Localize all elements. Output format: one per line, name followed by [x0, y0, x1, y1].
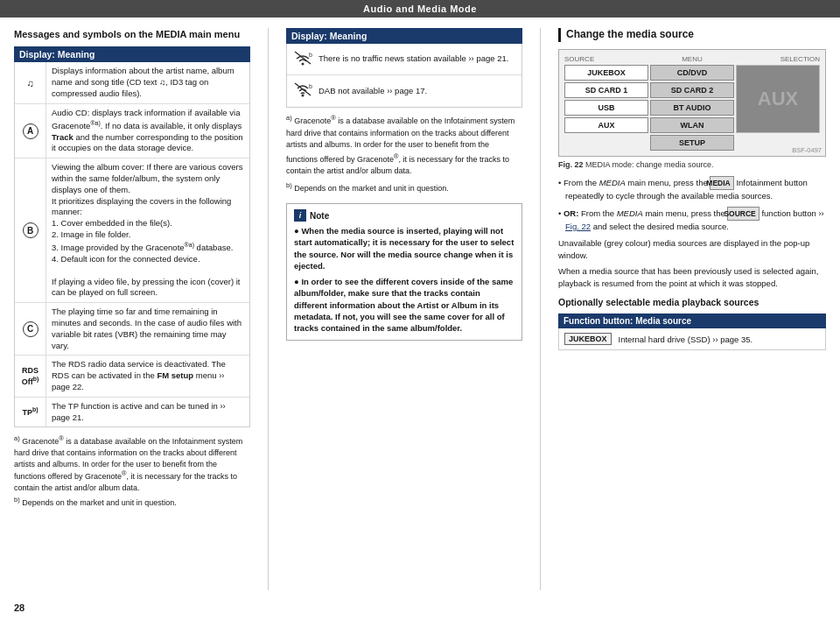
- body-para-3: Unavailable (grey colour) media sources …: [558, 237, 826, 262]
- optionally-title: Optionally selectable media playback sou…: [558, 297, 826, 309]
- right-divider: [540, 28, 541, 590]
- footnote-b: b) Depends on the market and unit in que…: [14, 496, 250, 509]
- header-bar: Audio and Media Mode: [0, 0, 840, 18]
- middle-column: Display: Meaning b) There is: [286, 28, 522, 590]
- mid-row-1-text: There is no traffic news station availab…: [318, 53, 508, 65]
- left-divider: [268, 28, 269, 590]
- right-section-title: Change the media source: [558, 28, 826, 42]
- main-content: Messages and symbols on the MEDIA main m…: [0, 18, 840, 599]
- func-table-header: Function button: Media source: [558, 314, 826, 328]
- fig-caption: Fig. 22 MEDIA mode: change media source.: [558, 160, 826, 169]
- cddvd-btn[interactable]: CD/DVD: [650, 65, 734, 81]
- aux-large-display: AUX: [736, 65, 820, 133]
- row-icon-tp: TPb): [15, 398, 46, 427]
- mid-row-1: b) There is no traffic news station avai…: [287, 44, 522, 75]
- row-text-5: The RDS radio data service is deactivate…: [46, 356, 249, 396]
- screen-top-labels: SOURCE MENU SELECTION: [564, 55, 820, 63]
- jukebox-btn[interactable]: JUKEBOX: [564, 65, 648, 81]
- mid-fn-a: a) Gracenote® is a database available on…: [286, 113, 522, 178]
- label-menu: MENU: [649, 55, 734, 63]
- note-header: i Note: [294, 209, 514, 222]
- dab-icon: b): [292, 81, 313, 101]
- table-row: B Viewing the album cover: If there are …: [15, 159, 249, 303]
- sdcard1-btn[interactable]: SD CARD 1: [564, 82, 648, 98]
- body-para-1: From the MEDIA main menu, press the MEDI…: [558, 176, 826, 202]
- rds-off-icon: RDSOffb): [22, 366, 39, 387]
- mid-fn-b: b) Depends on the market and unit in que…: [286, 180, 522, 195]
- mid-table-body: b) There is no traffic news station avai…: [286, 44, 522, 108]
- table-row: ♫ Displays information about the artist …: [15, 62, 249, 103]
- right-column: Change the media source SOURCE MENU SELE…: [558, 28, 826, 590]
- note-icon: i: [294, 209, 306, 222]
- source-key[interactable]: SOURCE: [727, 207, 759, 221]
- jukebox-func-key[interactable]: JUKEBOX: [564, 333, 612, 345]
- page-number: 28: [0, 599, 840, 620]
- setup-btn[interactable]: SETUP: [650, 135, 734, 151]
- row-icon-b: B: [15, 159, 46, 302]
- left-column: Messages and symbols on the MEDIA main m…: [14, 28, 250, 590]
- svg-point-4: [302, 95, 304, 97]
- row-text-2: Audio CD: displays track information if …: [46, 104, 249, 158]
- sdcard2-btn[interactable]: SD CARD 2: [650, 82, 734, 98]
- label-source: SOURCE: [564, 55, 649, 63]
- row-text-4: The playing time so far and time remaini…: [46, 303, 249, 355]
- func-row-1: JUKEBOX Internal hard drive (SSD) ›› pag…: [559, 328, 825, 349]
- tp-icon: TPb): [22, 406, 38, 418]
- circle-c-icon: C: [23, 321, 38, 337]
- fig-ref: Fig. 22: [565, 222, 591, 231]
- label-selection: SELECTION: [735, 55, 820, 63]
- btaudio-btn[interactable]: BT AUDIO: [650, 100, 734, 116]
- body-para-2: OR: From the MEDIA main menu, press the …: [558, 207, 826, 233]
- table-row: RDSOffb) The RDS radio data service is d…: [15, 356, 249, 397]
- header-title: Audio and Media Mode: [363, 4, 477, 14]
- svg-text:b): b): [309, 52, 312, 59]
- row-icon-rds: RDSOffb): [15, 356, 46, 396]
- page-container: Audio and Media Mode Messages and symbol…: [0, 0, 840, 620]
- func-desc-1: Internal hard drive (SSD) ›› page 35.: [619, 335, 753, 344]
- row-text-1: Displays information about the artist na…: [46, 62, 249, 102]
- fig-watermark: BSF-0497: [792, 146, 822, 154]
- note-label: Note: [310, 211, 329, 221]
- aux-btn[interactable]: AUX: [564, 117, 648, 133]
- left-table-header: Display: Meaning: [14, 46, 250, 62]
- music-note-icon: ♫: [26, 78, 33, 88]
- circle-b-icon: B: [23, 222, 38, 238]
- table-row: A Audio CD: displays track information i…: [15, 104, 249, 159]
- media-key[interactable]: MEDIA: [710, 176, 733, 190]
- screen-bottom-row: SETUP: [564, 135, 820, 151]
- body-para-4: When a media source that has been previo…: [558, 265, 826, 290]
- svg-point-1: [302, 62, 304, 65]
- mid-footnotes: a) Gracenote® is a database available on…: [286, 113, 522, 194]
- table-row: TPb) The TP function is active and can b…: [15, 398, 249, 427]
- usb-btn[interactable]: USB: [564, 100, 648, 116]
- row-icon-empty: ♫: [15, 62, 46, 102]
- screen-grid: JUKEBOX CD/DVD SD CARD 1 SD CARD 2 USB B…: [564, 65, 820, 133]
- left-footnotes: a) Gracenote® is a database available on…: [14, 434, 250, 509]
- row-text-3: Viewing the album cover: If there are va…: [46, 159, 249, 302]
- circle-a-icon: A: [23, 123, 38, 139]
- row-text-6: The TP function is active and can be tun…: [46, 398, 249, 427]
- note-box: i Note ● When the media source is insert…: [286, 203, 522, 341]
- mid-table-header: Display: Meaning: [286, 28, 522, 44]
- note-bullet-2: ● In order to see the different covers i…: [294, 276, 514, 334]
- row-icon-c: C: [15, 303, 46, 355]
- row-icon-a: A: [15, 104, 46, 158]
- mid-row-2: b) DAB not available ›› page 17.: [287, 75, 522, 107]
- left-table-body: ♫ Displays information about the artist …: [14, 62, 250, 427]
- left-section-title: Messages and symbols on the MEDIA main m…: [14, 28, 250, 41]
- svg-text:b): b): [309, 83, 312, 90]
- footnote-a: a) Gracenote® is a database available on…: [14, 434, 250, 493]
- note-bullet-1: ● When the media source is inserted, pla…: [294, 225, 514, 271]
- table-row: C The playing time so far and time remai…: [15, 303, 249, 356]
- wlan-btn[interactable]: WLAN: [650, 117, 734, 133]
- media-screen: SOURCE MENU SELECTION JUKEBOX CD/DVD SD …: [558, 49, 826, 157]
- wifi-off-icon: b): [292, 50, 313, 69]
- func-table-body: JUKEBOX Internal hard drive (SSD) ›› pag…: [558, 328, 826, 350]
- mid-row-2-text: DAB not available ›› page 17.: [318, 86, 427, 97]
